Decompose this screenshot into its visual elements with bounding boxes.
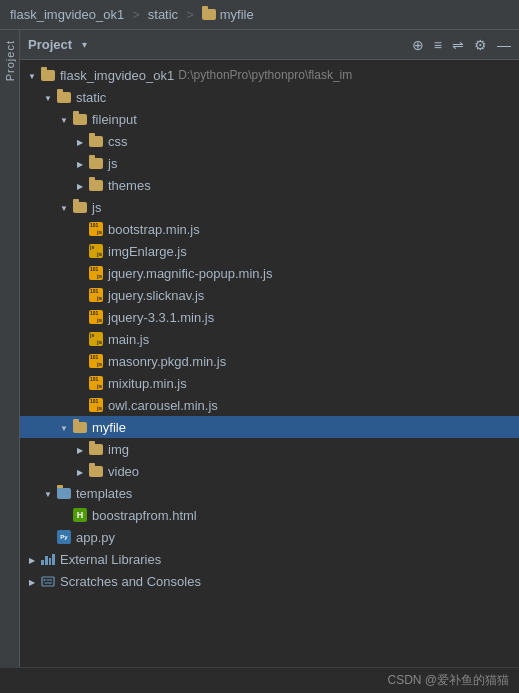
- svg-rect-0: [42, 577, 54, 586]
- myfile-label: myfile: [92, 420, 126, 435]
- tree-row-main[interactable]: js main.js: [20, 328, 519, 350]
- tree-row-external-libs[interactable]: External Libraries: [20, 548, 519, 570]
- tree-row-mixitup[interactable]: 101 mixitup.min.js: [20, 372, 519, 394]
- tree-row-css[interactable]: css: [20, 130, 519, 152]
- arrow-templates: [40, 488, 56, 499]
- magnific-js-icon: 101: [88, 266, 104, 280]
- minimize-icon[interactable]: —: [497, 37, 511, 53]
- jquery-label: jquery-3.3.1.min.js: [108, 310, 214, 325]
- tree-row-bootstrap[interactable]: 101 bootstrap.min.js: [20, 218, 519, 240]
- watermark: CSDN @爱补鱼的猫猫: [0, 667, 519, 693]
- main-js-icon: js: [88, 332, 104, 346]
- tree-row-scratches[interactable]: Scratches and Consoles: [20, 570, 519, 592]
- arrow-root: [24, 70, 40, 81]
- arrow-js: [56, 202, 72, 213]
- mixitup-js-icon: 101: [88, 376, 104, 390]
- img-folder-icon: [88, 442, 104, 456]
- video-label: video: [108, 464, 139, 479]
- tree-row-html[interactable]: boostrapfrom.html: [20, 504, 519, 526]
- root-label: flask_imgvideo_ok1: [60, 68, 174, 83]
- tree-row-apppy[interactable]: app.py: [20, 526, 519, 548]
- external-libs-label: External Libraries: [60, 552, 161, 567]
- js-label: js: [92, 200, 101, 215]
- title-bar: flask_imgvideo_ok1 > static > myfile: [0, 0, 519, 30]
- svg-point-1: [44, 579, 46, 581]
- img-label: img: [108, 442, 129, 457]
- arrow-themes: [72, 180, 88, 191]
- imgenlarge-label: imgEnlarge.js: [108, 244, 187, 259]
- templates-label: templates: [76, 486, 132, 501]
- tree-row-static[interactable]: static: [20, 86, 519, 108]
- root-path: D:\pythonPro\pythonpro\flask_im: [178, 68, 352, 82]
- arrow-css: [72, 136, 88, 147]
- main-label: main.js: [108, 332, 149, 347]
- py-file-icon: [56, 530, 72, 544]
- js-sub-folder-icon: [88, 156, 104, 170]
- panel-header: Project ▾ ⊕ ≡ ⇌ ⚙ —: [20, 30, 519, 60]
- themes-folder-icon: [88, 178, 104, 192]
- tree-row-slicknav[interactable]: 101 jquery.slicknav.js: [20, 284, 519, 306]
- tree-row-masonry[interactable]: 101 masonry.pkgd.min.js: [20, 350, 519, 372]
- tree-row-root[interactable]: flask_imgvideo_ok1 D:\pythonPro\pythonpr…: [20, 64, 519, 86]
- settings-icon[interactable]: ⚙: [474, 37, 487, 53]
- tree-row-themes[interactable]: themes: [20, 174, 519, 196]
- css-folder-icon: [88, 134, 104, 148]
- arrow-fileinput: [56, 114, 72, 125]
- tree-row-owl[interactable]: 101 owl.carousel.min.js: [20, 394, 519, 416]
- templates-folder-icon: [56, 486, 72, 500]
- css-label: css: [108, 134, 128, 149]
- arrow-myfile: [56, 422, 72, 433]
- slicknav-label: jquery.slicknav.js: [108, 288, 204, 303]
- project-panel: Project ▾ ⊕ ≡ ⇌ ⚙ — flask_imgvideo_ok1 D…: [20, 30, 519, 667]
- sidebar-tab-label: Project: [4, 40, 16, 81]
- arrow-js-sub: [72, 158, 88, 169]
- jquery-js-icon: 101: [88, 310, 104, 324]
- js-sub-label: js: [108, 156, 117, 171]
- static-label: static: [76, 90, 106, 105]
- root-folder-icon: [40, 68, 56, 82]
- arrow-scratches: [24, 576, 40, 587]
- sep2: >: [186, 7, 194, 22]
- mixitup-label: mixitup.min.js: [108, 376, 187, 391]
- arrow-img: [72, 444, 88, 455]
- tree-container[interactable]: flask_imgvideo_ok1 D:\pythonPro\pythonpr…: [20, 60, 519, 667]
- panel-arrow[interactable]: ▾: [82, 39, 87, 50]
- locate-icon[interactable]: ⊕: [412, 37, 424, 53]
- fileinput-folder-icon: [72, 112, 88, 126]
- video-folder-icon: [88, 464, 104, 478]
- arrow-static: [40, 92, 56, 103]
- tree-row-video[interactable]: video: [20, 460, 519, 482]
- scratches-icon: [40, 574, 56, 588]
- bootstrap-label: bootstrap.min.js: [108, 222, 200, 237]
- external-libs-icon: [40, 552, 56, 566]
- html-label: boostrapfrom.html: [92, 508, 197, 523]
- html-file-icon: [72, 508, 88, 522]
- myfile-folder-icon: [72, 420, 88, 434]
- folder-static: static: [148, 7, 178, 22]
- main-layout: Project Project ▾ ⊕ ≡ ⇌ ⚙ —: [0, 30, 519, 667]
- tree-row-jquery[interactable]: 101 jquery-3.3.1.min.js: [20, 306, 519, 328]
- tree-row-js[interactable]: js: [20, 196, 519, 218]
- tree-row-js-sub[interactable]: js: [20, 152, 519, 174]
- scratches-label: Scratches and Consoles: [60, 574, 201, 589]
- tree-row-img[interactable]: img: [20, 438, 519, 460]
- fileinput-label: fileinput: [92, 112, 137, 127]
- imgenlarge-js-icon: js: [88, 244, 104, 258]
- tree-row-myfile[interactable]: myfile: [20, 416, 519, 438]
- js-folder-icon: [72, 200, 88, 214]
- arrow-external-libs: [24, 554, 40, 565]
- magnific-label: jquery.magnific-popup.min.js: [108, 266, 273, 281]
- tree-row-fileinput[interactable]: fileinput: [20, 108, 519, 130]
- themes-label: themes: [108, 178, 151, 193]
- folder-icon: [202, 9, 216, 20]
- collapse-icon[interactable]: ≡: [434, 37, 442, 53]
- expand-icon[interactable]: ⇌: [452, 37, 464, 53]
- owl-label: owl.carousel.min.js: [108, 398, 218, 413]
- sidebar-tab[interactable]: Project: [0, 30, 20, 667]
- tree-row-templates[interactable]: templates: [20, 482, 519, 504]
- watermark-text: CSDN @爱补鱼的猫猫: [387, 673, 509, 687]
- tree-row-imgenlarge[interactable]: js imgEnlarge.js: [20, 240, 519, 262]
- tree-row-magnific[interactable]: 101 jquery.magnific-popup.min.js: [20, 262, 519, 284]
- folder-myfile: myfile: [202, 7, 254, 22]
- project-name: flask_imgvideo_ok1: [10, 7, 124, 22]
